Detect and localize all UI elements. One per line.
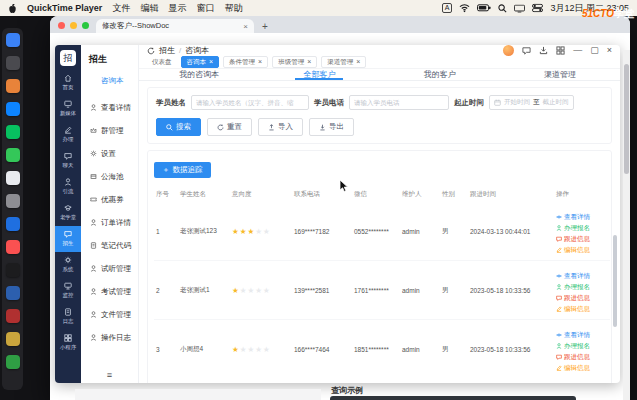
app-minimize-icon[interactable]: — [573, 46, 582, 55]
tag-class-manage[interactable]: 班级管理× [272, 56, 317, 68]
message-icon[interactable] [522, 46, 531, 55]
close-window-button[interactable] [58, 22, 65, 29]
spotlight-search-icon[interactable] [498, 3, 507, 13]
app-fullscreen-icon[interactable]: ▢ [590, 46, 599, 55]
download-icon[interactable] [539, 46, 548, 55]
menu-item-group-manage[interactable]: 群管理 [81, 119, 138, 142]
menu-item-view[interactable]: 显示 [168, 2, 186, 15]
dock-icon-settings[interactable] [6, 194, 20, 208]
nav-item-logs[interactable]: 日志 [55, 304, 81, 330]
start-date-placeholder[interactable]: 开始时间 [504, 98, 530, 107]
tag-dashboard[interactable]: 仪表盘 [147, 57, 177, 67]
follow-info-link[interactable]: 跟进信息 [556, 293, 590, 302]
dock-icon-app-store[interactable] [6, 102, 20, 116]
dock-icon-dictionary[interactable] [6, 332, 20, 346]
nav-item-handle[interactable]: 办理 [55, 122, 81, 148]
tag-close-icon[interactable]: × [209, 58, 213, 66]
menu-item-file-manage[interactable]: 文件管理 [81, 303, 138, 326]
app-scrollbar-thumb[interactable] [613, 235, 617, 327]
menubar-app-name[interactable]: QuickTime Player [27, 3, 102, 13]
export-button[interactable]: 导出 [309, 118, 354, 136]
app-logo[interactable]: 招 [60, 50, 76, 66]
tag-condition-manage[interactable]: 条件管理× [223, 56, 268, 68]
reset-button[interactable]: 重置 [207, 118, 252, 136]
nav-item-school[interactable]: 老学堂 [55, 200, 81, 226]
nav-item-miniapp[interactable]: 小程序 [55, 330, 81, 356]
menu-item-help[interactable]: 帮助 [224, 2, 242, 15]
nav-item-enrollment[interactable]: 招生 [55, 226, 81, 252]
view-details-link[interactable]: 查看详情 [556, 271, 590, 280]
student-phone-input[interactable] [349, 95, 449, 110]
browser-scrollbar-thumb[interactable] [624, 64, 629, 174]
edit-info-link[interactable]: 编辑信息 [556, 304, 590, 313]
refresh-icon[interactable] [147, 47, 155, 55]
user-avatar[interactable] [503, 45, 514, 56]
display-icon[interactable] [514, 3, 525, 13]
view-details-link[interactable]: 查看详情 [556, 330, 590, 339]
browser-tab[interactable]: 修改客户--ShowDoc × [96, 19, 254, 33]
import-button[interactable]: 导入 [258, 118, 303, 136]
apps-grid-icon[interactable] [556, 46, 565, 55]
tab-close-icon[interactable]: × [243, 22, 248, 31]
dock-icon-launchpad[interactable] [6, 56, 20, 70]
tab-my-consult-book[interactable]: 我的咨询本 [139, 69, 259, 80]
dock-icon-phone[interactable] [6, 148, 20, 162]
menu-item-order-details[interactable]: 订单详情 [81, 211, 138, 234]
menu-item-edit[interactable]: 编辑 [140, 2, 158, 15]
menu-collapse-icon[interactable]: ≡ [81, 370, 138, 380]
browser-scrollbar[interactable] [623, 50, 630, 400]
tag-close-icon[interactable]: × [356, 58, 360, 66]
menu-item-note-code[interactable]: 笔记代码 [81, 234, 138, 257]
intent-stars[interactable]: ★★★★★ [230, 261, 292, 319]
tag-channel-manage[interactable]: 渠道管理× [321, 56, 366, 68]
intent-stars[interactable]: ★★★★★ [230, 202, 292, 260]
date-range-picker[interactable]: 开始时间 至 截止时间 [489, 95, 574, 110]
breadcrumb-root[interactable]: 招生 [159, 45, 175, 56]
edit-info-link[interactable]: 编辑信息 [556, 363, 590, 372]
dock-icon-photoshop[interactable] [6, 286, 20, 300]
tag-consult-book[interactable]: 咨询本× [181, 56, 220, 68]
doc-row-all-customers[interactable]: 全部客户 [75, 389, 321, 400]
student-name-input[interactable] [191, 95, 309, 110]
follow-info-link[interactable]: 跟进信息 [556, 352, 590, 361]
apple-logo-icon[interactable] [8, 3, 17, 13]
search-button[interactable]: 搜索 [156, 118, 201, 136]
minimize-window-button[interactable] [70, 22, 77, 29]
control-center-icon[interactable] [532, 3, 543, 13]
menu-item-coupons[interactable]: 优惠券 [81, 188, 138, 211]
dock-icon-folder[interactable] [6, 79, 20, 93]
nav-item-chat[interactable]: 聊天 [55, 148, 81, 174]
tag-close-icon[interactable]: × [307, 58, 311, 66]
menu-item-trial-manage[interactable]: 试听管理 [81, 257, 138, 280]
view-details-link[interactable]: 查看详情 [556, 212, 590, 221]
end-date-placeholder[interactable]: 截止时间 [543, 98, 569, 107]
apply-enroll-link[interactable]: 办理报名 [556, 223, 590, 232]
tag-close-icon[interactable]: × [258, 58, 262, 66]
nav-item-media[interactable]: 新媒体 [55, 96, 81, 122]
app-close-icon[interactable]: × [607, 46, 612, 55]
menu-item-window[interactable]: 窗口 [196, 2, 214, 15]
dock-icon-terminal[interactable] [6, 263, 20, 277]
dock-icon-notes[interactable] [6, 355, 20, 369]
zoom-window-button[interactable] [82, 22, 89, 29]
intent-stars[interactable]: ★★★★★ [230, 320, 292, 378]
nav-item-home[interactable]: 首页 [55, 70, 81, 96]
dock-icon-finder[interactable] [6, 33, 20, 47]
apply-enroll-link[interactable]: 办理报名 [556, 341, 590, 350]
input-source-icon[interactable]: A [442, 3, 453, 13]
menu-item-op-logs[interactable]: 操作日志 [81, 326, 138, 349]
dock-icon-wps[interactable] [6, 309, 20, 323]
side-menu-active-link[interactable]: 咨询本 [81, 76, 138, 96]
follow-info-link[interactable]: 跟进信息 [556, 234, 590, 243]
nav-item-leads[interactable]: 引流 [55, 174, 81, 200]
dock-icon-music[interactable] [6, 240, 20, 254]
nav-item-monitor[interactable]: 监控 [55, 278, 81, 304]
data-track-button[interactable]: ＋数据追踪 [154, 162, 211, 178]
wifi-icon[interactable] [459, 3, 470, 13]
apply-enroll-link[interactable]: 办理报名 [556, 282, 590, 291]
tab-all-customers[interactable]: 全部客户 [259, 69, 379, 80]
new-tab-button[interactable]: + [262, 21, 268, 32]
tab-channel-manage[interactable]: 渠道管理 [500, 69, 620, 80]
menu-item-view-details[interactable]: 查看详情 [81, 96, 138, 119]
edit-info-link[interactable]: 编辑信息 [556, 245, 590, 254]
